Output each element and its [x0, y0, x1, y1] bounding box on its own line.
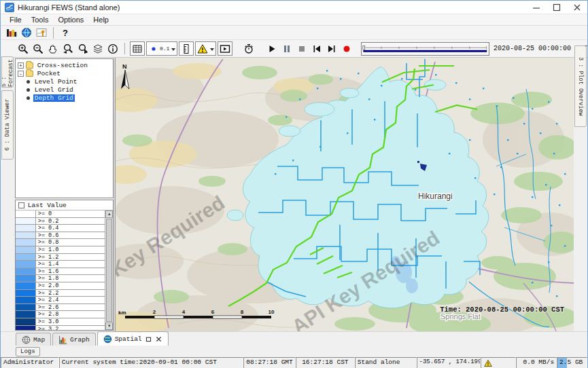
longitudinal-profile-button[interactable]: [35, 26, 48, 39]
fews-app-icon: [5, 3, 14, 12]
menu-tools[interactable]: Tools: [27, 16, 54, 24]
legend-row[interactable]: >= 2.8: [16, 311, 105, 318]
status-memory[interactable]: 2.5 GB: [557, 357, 587, 368]
scroll-up-icon[interactable]: ▲: [105, 210, 113, 218]
legend-row[interactable]: >= 1.0: [16, 246, 105, 254]
scrollbar-thumb[interactable]: [106, 219, 112, 322]
legend-row[interactable]: >= 2.0: [16, 282, 105, 290]
animation-icon: [243, 43, 254, 54]
interval-dropdown[interactable]: 0.1: [146, 41, 177, 56]
scroll-down-icon[interactable]: ▼: [105, 323, 113, 330]
maximize-button[interactable]: [547, 1, 567, 14]
legend-row[interactable]: >= 1.2: [16, 254, 105, 261]
zoom-out-button[interactable]: [31, 42, 45, 56]
tab-map[interactable]: Map: [16, 333, 51, 346]
main-area: 5 : Forecast 6 : Data Viewer + Cross-sec…: [1, 58, 587, 331]
legend-row[interactable]: >= 2.4: [16, 297, 105, 304]
spatial-close-button[interactable]: [155, 335, 162, 343]
playback-window-button[interactable]: [218, 41, 232, 56]
last-value-checkbox[interactable]: [18, 202, 24, 208]
help-icon: ?: [63, 28, 68, 38]
play-window-icon: [220, 43, 230, 54]
legend-row-label: >= 3.0: [36, 318, 105, 325]
legend-row[interactable]: >= 3.0: [16, 318, 105, 326]
legend-row[interactable]: >= 1.8: [16, 275, 105, 282]
legend-row[interactable]: >= 3.2: [16, 326, 105, 331]
tree-item-level-point[interactable]: Level Point: [16, 77, 113, 86]
help-button[interactable]: ?: [58, 26, 72, 39]
pause-button[interactable]: [280, 42, 294, 56]
tree-item-cross-section[interactable]: + Cross-section: [16, 61, 113, 69]
statistics-button[interactable]: [5, 26, 18, 39]
play-button[interactable]: [265, 42, 279, 56]
window-title: Hikurangi FEWS (Stand alone): [18, 3, 120, 12]
map-view[interactable]: API Key Required API Key Required Hikura…: [115, 58, 574, 331]
grid-icon: [132, 43, 143, 54]
ruler-icon: [181, 43, 192, 54]
legend-row[interactable]: >= 2.6: [16, 304, 105, 312]
tab-spatial[interactable]: Spatial: [97, 331, 169, 346]
legend-row[interactable]: >= 0.4: [16, 225, 105, 232]
status-warning-cell[interactable]: [481, 357, 516, 368]
ruler-button[interactable]: [179, 41, 194, 56]
tab-graph[interactable]: Graph: [52, 333, 96, 346]
time-slider[interactable]: [361, 42, 489, 56]
tab-label: Spatial: [115, 335, 142, 343]
menu-help[interactable]: Help: [88, 16, 114, 24]
legend-row-label: >= 1.8: [36, 275, 105, 282]
thresholds-dropdown[interactable]: [195, 41, 216, 56]
time-slider-handle[interactable]: [363, 45, 365, 50]
legend-row[interactable]: >= 0.2: [16, 218, 105, 225]
svg-text:2: 2: [153, 309, 156, 315]
tree-item-level-grid[interactable]: Level Grid: [16, 86, 113, 94]
minimize-button[interactable]: [526, 1, 547, 14]
record-button[interactable]: [340, 42, 353, 56]
legend-header: Last Value: [16, 200, 113, 210]
grid-toggle-button[interactable]: [130, 41, 145, 56]
zoom-previous-button[interactable]: [61, 42, 75, 56]
stats-icon: [6, 27, 17, 38]
logs-button[interactable]: Logs: [16, 347, 40, 356]
legend-row-label: >= 0: [36, 210, 105, 217]
animation-settings-button[interactable]: [242, 42, 256, 56]
panel-tab-data-viewer[interactable]: 6 : Data Viewer: [1, 90, 14, 160]
layers-icon: [92, 43, 103, 54]
legend-scrollbar[interactable]: ▲ ▼: [105, 210, 113, 330]
stop-button[interactable]: [295, 42, 309, 56]
tree-item-pocket[interactable]: - Pocket: [16, 69, 113, 77]
menu-options[interactable]: Options: [53, 16, 88, 24]
panel-tab-forecast[interactable]: 5 : Forecast: [1, 56, 14, 88]
expand-toggle[interactable]: +: [18, 62, 24, 69]
map-canvas[interactable]: API Key Required API Key Required Hikura…: [116, 58, 574, 331]
menu-file[interactable]: File: [5, 16, 27, 24]
toolbar-separator: [53, 27, 54, 39]
zoom-in-button[interactable]: [16, 42, 30, 56]
collapse-toggle[interactable]: -: [18, 71, 24, 77]
spatial-restore-button[interactable]: [145, 335, 152, 343]
info-button[interactable]: [106, 42, 120, 56]
status-bar: Administrator Current system time:2020-0…: [1, 357, 587, 368]
legend-row[interactable]: >= 2.2: [16, 290, 105, 297]
legend-row[interactable]: >= 1.4: [16, 261, 105, 268]
layer-tree: + Cross-section - Pocket Level Point Lev…: [15, 58, 114, 198]
zoom-next-button[interactable]: [76, 42, 90, 56]
map-toolbar: 0.1 2020-08-25 00:00:00 CST: [1, 40, 587, 58]
pan-button[interactable]: [46, 42, 60, 56]
svg-text:10: 10: [269, 309, 275, 315]
graph-bars-icon: [58, 335, 67, 344]
legend-row[interactable]: >= 0.6: [16, 232, 105, 240]
skip-end-button[interactable]: [325, 42, 339, 56]
layers-button[interactable]: [91, 42, 105, 56]
node-icon: [27, 88, 30, 92]
legend-row[interactable]: >= 1.6: [16, 268, 105, 276]
status-local-time: 16:27:18 CST: [296, 357, 355, 368]
panel-tab-plot-overview[interactable]: 3 : Plot Overview: [574, 45, 587, 127]
close-button[interactable]: [567, 1, 587, 14]
legend-row[interactable]: >= 0.8: [16, 239, 105, 246]
skip-start-button[interactable]: [310, 42, 324, 56]
pause-icon: [281, 43, 292, 54]
map-display-button[interactable]: [20, 26, 33, 39]
node-icon: [27, 80, 30, 84]
tree-item-depth-grid[interactable]: Depth Grid: [16, 94, 113, 102]
legend-row[interactable]: >= 0: [16, 210, 105, 218]
